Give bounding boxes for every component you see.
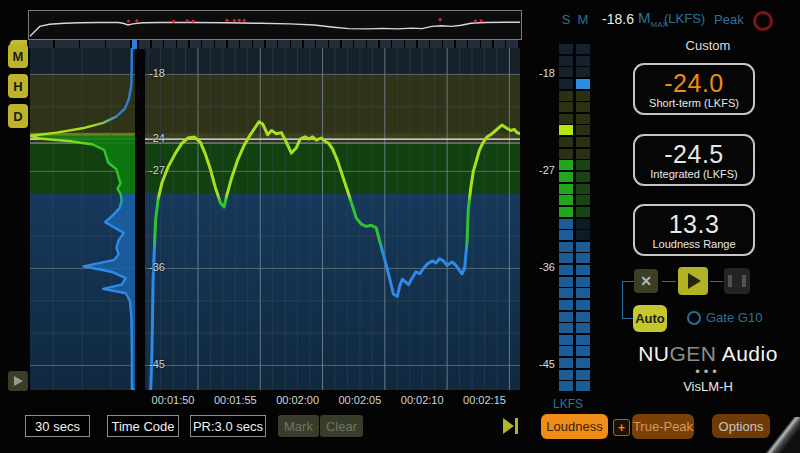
skip-to-end-icon[interactable] xyxy=(503,418,518,434)
meter-segment xyxy=(576,346,590,356)
momentary-max-value: -18.6 xyxy=(592,11,634,27)
y-tick-label: -24 xyxy=(149,132,165,144)
meter-segment xyxy=(576,219,590,229)
meter-segment xyxy=(559,253,573,263)
peak-label: Peak xyxy=(714,12,744,27)
meter-segment xyxy=(559,312,573,322)
program-overview-graph[interactable] xyxy=(28,10,522,40)
options-button[interactable]: Options xyxy=(712,414,770,438)
meter-segment xyxy=(559,149,573,159)
practical-range-select[interactable]: PR:3.0 secs xyxy=(190,415,266,437)
skip-bar xyxy=(515,418,518,434)
y-tick-label: -27 xyxy=(149,164,165,176)
meter-segment xyxy=(576,323,590,333)
meter-segment xyxy=(559,125,573,135)
logo-dots: ••• xyxy=(620,364,796,379)
meter-segment xyxy=(576,195,590,205)
loudness-range-readout[interactable]: 13.3 Loudness Range xyxy=(633,204,755,256)
y-tick-label: -45 xyxy=(149,358,165,370)
meter-segment xyxy=(576,56,590,66)
resize-grip[interactable] xyxy=(766,417,800,453)
history-play-button[interactable] xyxy=(8,371,28,391)
view-button-distribution[interactable]: D xyxy=(8,104,28,128)
meter-scale-label: -18 xyxy=(531,67,555,79)
transport-connector-dash2 xyxy=(710,281,723,282)
meter-segment xyxy=(576,114,590,124)
short-term-value: -24.0 xyxy=(664,70,723,96)
meter-segment xyxy=(576,137,590,147)
play-icon xyxy=(14,376,23,386)
meter-segment xyxy=(576,184,590,194)
meter-segment xyxy=(576,172,590,182)
meter-segment xyxy=(559,265,573,275)
reset-button[interactable]: ✕ xyxy=(634,269,658,293)
y-tick-label: -36 xyxy=(149,261,165,273)
time-tick-label: 00:01:55 xyxy=(205,394,265,406)
meter-segment xyxy=(559,300,573,310)
meter-segment xyxy=(576,381,590,391)
vislm-plugin-window: M H D -18-24-27-36-45 00:01:5000:01:5500… xyxy=(0,0,800,453)
meter-segment xyxy=(559,79,573,89)
meter-segment xyxy=(576,370,590,380)
view-button-momentary[interactable]: M xyxy=(8,44,28,68)
meter-segment xyxy=(559,242,573,252)
loudness-history-graph[interactable] xyxy=(145,48,520,390)
time-tick-label: 00:01:50 xyxy=(143,394,203,406)
meter-segment xyxy=(559,137,573,147)
short-term-readout[interactable]: -24.0 Short-term (LKFS) xyxy=(633,63,755,115)
meter-scale-label: -27 xyxy=(531,164,555,176)
pause-button[interactable] xyxy=(724,268,750,294)
loudness-mode-button[interactable]: Loudness xyxy=(541,414,608,439)
meter-segment xyxy=(559,102,573,112)
gate-radio[interactable] xyxy=(687,311,701,325)
view-button-history[interactable]: H xyxy=(8,74,28,98)
transport-connector-auto xyxy=(622,318,633,319)
integrated-readout[interactable]: -24.5 Integrated (LKFS) xyxy=(633,134,755,186)
play-button[interactable] xyxy=(678,267,708,295)
meter-segment xyxy=(576,207,590,217)
meter-segment xyxy=(559,91,573,101)
window-length-select[interactable]: 30 secs xyxy=(25,415,90,437)
meter-segment xyxy=(576,358,590,368)
peak-indicator-lamp[interactable] xyxy=(753,11,773,31)
meter-segment xyxy=(576,149,590,159)
meter-segment xyxy=(576,160,590,170)
transport-connector-x xyxy=(622,281,634,282)
meter-segment xyxy=(559,323,573,333)
loudness-range-label: Loudness Range xyxy=(652,238,735,250)
clear-button[interactable]: Clear xyxy=(320,415,363,437)
integrated-value: -24.5 xyxy=(664,141,723,167)
y-tick-label: -18 xyxy=(149,67,165,79)
meter-segment xyxy=(576,79,590,89)
timecode-mode-select[interactable]: Time Code xyxy=(107,415,179,437)
transport-connector-vertical xyxy=(622,281,623,319)
preset-name[interactable]: Custom xyxy=(620,38,796,53)
meter-segment xyxy=(559,230,573,240)
mark-button[interactable]: Mark xyxy=(278,415,319,437)
meter-segment xyxy=(559,207,573,217)
auto-button[interactable]: Auto xyxy=(633,305,667,332)
meter-segment xyxy=(559,56,573,66)
time-tick-label: 00:02:05 xyxy=(330,394,390,406)
meter-segment xyxy=(576,125,590,135)
meter-segment xyxy=(576,300,590,310)
meter-segment xyxy=(576,91,590,101)
meter-segment xyxy=(559,358,573,368)
momentary-max-unit: (LKFS) xyxy=(664,11,705,26)
logo-gen: GEN xyxy=(669,342,716,365)
loudness-distribution-histogram[interactable] xyxy=(30,48,135,390)
transport-connector-dash1 xyxy=(662,281,676,282)
meter-segment xyxy=(576,277,590,287)
meter-segment xyxy=(559,195,573,205)
time-tick-label: 00:02:00 xyxy=(268,394,328,406)
meter-segment xyxy=(559,67,573,77)
meter-segment xyxy=(559,44,573,54)
integrated-label: Integrated (LKFS) xyxy=(650,168,737,180)
short-term-label: Short-term (LKFS) xyxy=(649,97,739,109)
meter-segment xyxy=(576,242,590,252)
meter-segment xyxy=(576,312,590,322)
gate-label: Gate G10 xyxy=(706,310,762,325)
combine-mode-button[interactable]: + xyxy=(613,419,630,436)
true-peak-mode-button[interactable]: True-Peak xyxy=(632,414,694,439)
meter-segment xyxy=(559,172,573,182)
